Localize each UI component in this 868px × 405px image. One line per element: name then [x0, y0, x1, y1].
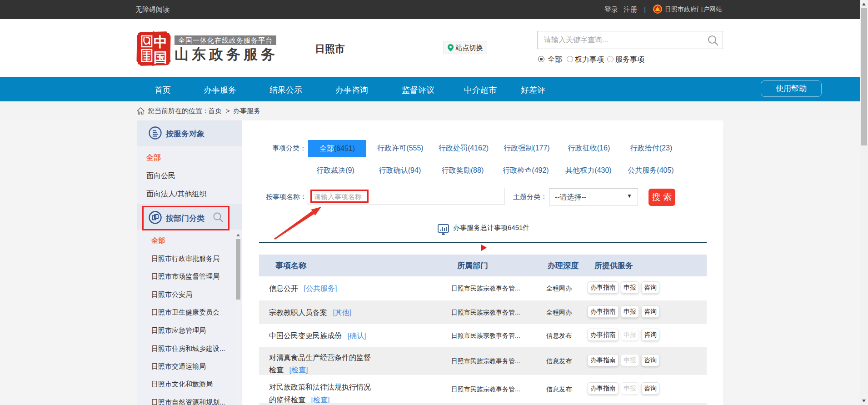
- svg-text:中: 中: [154, 35, 167, 50]
- svg-text:国: 国: [154, 50, 167, 65]
